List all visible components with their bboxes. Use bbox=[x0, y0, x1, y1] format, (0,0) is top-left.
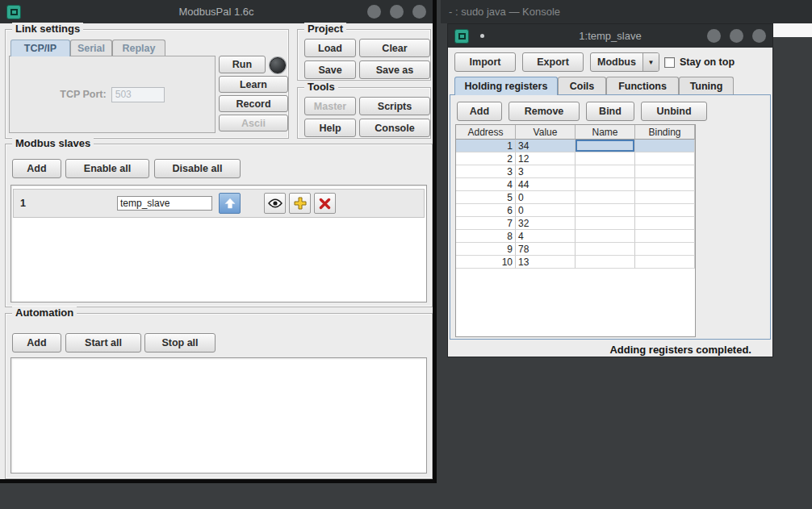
tab-functions[interactable]: Functions bbox=[606, 77, 679, 94]
learn-button[interactable]: Learn bbox=[219, 76, 288, 93]
export-button[interactable]: Export bbox=[522, 52, 584, 72]
slave-enabled-toggle-button[interactable] bbox=[219, 193, 241, 214]
register-row[interactable]: 978 bbox=[456, 243, 695, 256]
slave-add-automation-button[interactable] bbox=[289, 193, 311, 214]
register-cell-val[interactable]: 0 bbox=[516, 204, 576, 217]
register-cell-val[interactable]: 12 bbox=[516, 152, 576, 165]
scripts-button[interactable]: Scripts bbox=[359, 97, 430, 115]
register-cell-bind[interactable] bbox=[635, 204, 695, 217]
register-cell-bind[interactable] bbox=[635, 140, 695, 152]
register-cell-val[interactable]: 0 bbox=[516, 191, 576, 204]
close-button[interactable] bbox=[412, 5, 426, 19]
close-button[interactable] bbox=[752, 29, 766, 43]
slave-row[interactable]: 1 bbox=[13, 189, 425, 218]
register-cell-val[interactable]: 13 bbox=[516, 256, 576, 269]
tab-replay[interactable]: Replay bbox=[112, 40, 165, 56]
register-cell-addr[interactable]: 4 bbox=[456, 178, 516, 191]
register-cell-val[interactable]: 4 bbox=[516, 230, 576, 243]
save-button[interactable]: Save bbox=[304, 60, 356, 79]
register-cell-addr[interactable]: 6 bbox=[456, 204, 516, 217]
register-row[interactable]: 134 bbox=[456, 140, 695, 152]
register-cell-name[interactable] bbox=[576, 191, 635, 204]
register-row[interactable]: 33 bbox=[456, 165, 695, 178]
register-row[interactable]: 84 bbox=[456, 230, 695, 243]
register-cell-addr[interactable]: 7 bbox=[456, 217, 516, 230]
register-row[interactable]: 444 bbox=[456, 178, 695, 191]
register-cell-name[interactable] bbox=[576, 152, 635, 165]
register-cell-bind[interactable] bbox=[635, 243, 695, 256]
tab-holding-registers[interactable]: Holding registers bbox=[454, 77, 558, 95]
register-cell-bind[interactable] bbox=[635, 165, 695, 178]
slave-name-input[interactable] bbox=[117, 196, 212, 211]
modbuspal-titlebar[interactable]: ModbusPal 1.6c bbox=[0, 0, 433, 23]
register-cell-bind[interactable] bbox=[635, 191, 695, 204]
load-button[interactable]: Load bbox=[304, 39, 356, 57]
register-cell-name[interactable] bbox=[576, 256, 635, 269]
minimize-button[interactable] bbox=[707, 29, 721, 43]
chevron-down-icon[interactable]: ▼ bbox=[642, 53, 659, 71]
column-header-name[interactable]: Name bbox=[576, 125, 635, 140]
tab-serial[interactable]: Serial bbox=[70, 40, 112, 56]
register-cell-val[interactable]: 44 bbox=[516, 178, 576, 191]
register-cell-addr[interactable]: 8 bbox=[456, 230, 516, 243]
register-row[interactable]: 1013 bbox=[456, 256, 695, 269]
add-automation-button[interactable]: Add bbox=[12, 333, 61, 353]
register-cell-addr[interactable]: 9 bbox=[456, 243, 516, 256]
register-cell-val[interactable]: 32 bbox=[516, 217, 576, 230]
register-cell-name[interactable] bbox=[576, 217, 635, 230]
register-cell-addr[interactable]: 2 bbox=[456, 152, 516, 165]
register-cell-val[interactable]: 34 bbox=[516, 140, 576, 152]
disable-all-button[interactable]: Disable all bbox=[154, 159, 241, 178]
tab-tuning[interactable]: Tuning bbox=[679, 77, 734, 94]
add-register-button[interactable]: Add bbox=[457, 102, 502, 121]
register-cell-name[interactable] bbox=[576, 230, 635, 243]
register-cell-name[interactable] bbox=[576, 165, 635, 178]
start-all-button[interactable]: Start all bbox=[65, 333, 141, 353]
tab-coils[interactable]: Coils bbox=[558, 77, 606, 94]
help-button[interactable]: Help bbox=[304, 119, 356, 137]
register-row[interactable]: 732 bbox=[456, 217, 695, 230]
register-cell-name[interactable] bbox=[576, 178, 635, 191]
register-cell-bind[interactable] bbox=[635, 230, 695, 243]
register-row[interactable]: 60 bbox=[456, 204, 695, 217]
slave-delete-button[interactable] bbox=[314, 193, 336, 214]
register-cell-bind[interactable] bbox=[635, 178, 695, 191]
console-button[interactable]: Console bbox=[359, 119, 430, 137]
register-row[interactable]: 212 bbox=[456, 152, 695, 165]
register-row[interactable]: 50 bbox=[456, 191, 695, 204]
import-button[interactable]: Import bbox=[454, 52, 516, 72]
register-cell-val[interactable]: 78 bbox=[516, 243, 576, 256]
add-slave-button[interactable]: Add bbox=[12, 159, 61, 178]
minimize-button[interactable] bbox=[367, 5, 381, 19]
register-cell-addr[interactable]: 3 bbox=[456, 165, 516, 178]
register-cell-addr[interactable]: 5 bbox=[456, 191, 516, 204]
register-cell-val[interactable]: 3 bbox=[516, 165, 576, 178]
stay-on-top-checkbox[interactable] bbox=[664, 57, 675, 68]
run-button[interactable]: Run bbox=[219, 56, 266, 73]
register-cell-name[interactable] bbox=[576, 243, 635, 256]
column-header-binding[interactable]: Binding bbox=[635, 125, 695, 140]
bind-button[interactable]: Bind bbox=[586, 102, 634, 121]
unbind-button[interactable]: Unbind bbox=[641, 102, 707, 121]
tab-tcpip[interactable]: TCP/IP bbox=[10, 40, 70, 56]
maximize-button[interactable] bbox=[390, 5, 404, 19]
register-cell-bind[interactable] bbox=[635, 256, 695, 269]
implementation-combobox[interactable]: Modbus ▼ bbox=[590, 52, 659, 72]
register-cell-bind[interactable] bbox=[635, 217, 695, 230]
slave-view-button[interactable] bbox=[264, 193, 286, 214]
register-cell-name[interactable] bbox=[576, 204, 635, 217]
clear-button[interactable]: Clear bbox=[359, 39, 430, 57]
record-button[interactable]: Record bbox=[219, 95, 288, 112]
remove-register-button[interactable]: Remove bbox=[509, 102, 580, 121]
register-cell-addr[interactable]: 10 bbox=[456, 256, 516, 269]
stop-all-button[interactable]: Stop all bbox=[144, 333, 216, 353]
column-header-value[interactable]: Value bbox=[516, 125, 576, 140]
column-header-address[interactable]: Address bbox=[456, 125, 516, 140]
register-cell-name[interactable] bbox=[576, 140, 635, 152]
konsole-titlebar[interactable]: - : sudo java — Konsole bbox=[441, 0, 812, 23]
register-cell-addr[interactable]: 1 bbox=[456, 140, 516, 152]
slave-editor-titlebar[interactable]: 1:temp_slave bbox=[448, 24, 772, 48]
maximize-button[interactable] bbox=[730, 29, 743, 43]
enable-all-button[interactable]: Enable all bbox=[65, 159, 149, 178]
save-as-button[interactable]: Save as bbox=[359, 60, 430, 79]
